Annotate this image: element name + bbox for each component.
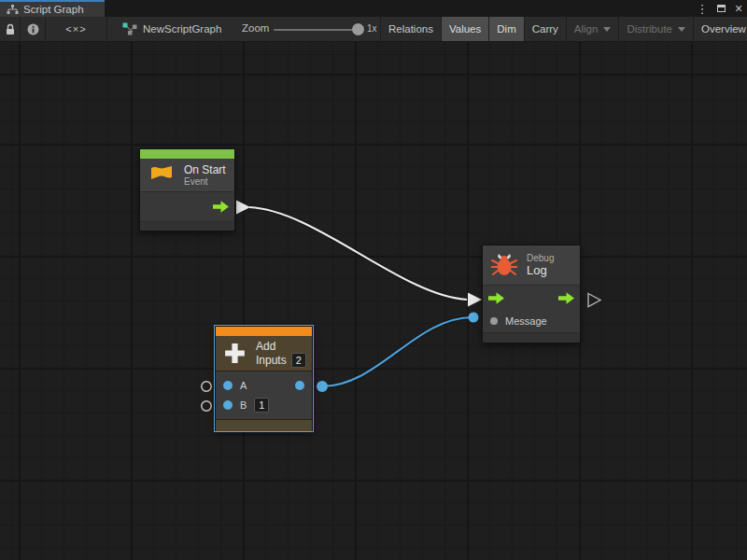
chevron-down-icon: [678, 27, 685, 32]
node-header: On Start Event: [140, 159, 234, 192]
port-a-icon[interactable]: [223, 381, 233, 390]
lock-button[interactable]: [0, 17, 21, 41]
port-b-icon[interactable]: [223, 400, 233, 410]
zoom-slider-handle[interactable]: [352, 23, 364, 35]
log-flow-input-connector[interactable]: [468, 293, 482, 307]
info-icon: [27, 23, 39, 35]
node-header: Debug Log: [483, 245, 580, 286]
port-b-value-field[interactable]: 1: [254, 398, 269, 413]
wire-onstart-to-log[interactable]: [249, 207, 467, 300]
tab-script-graph[interactable]: Script Graph: [0, 0, 105, 17]
message-port-icon[interactable]: [490, 317, 498, 325]
graph-canvas[interactable]: On Start Event Debug Log: [0, 42, 747, 560]
relations-button[interactable]: Relations: [380, 17, 441, 41]
lock-icon: [5, 23, 16, 35]
flow-arrow-icon[interactable]: [558, 292, 574, 304]
node-title: On Start: [184, 163, 226, 176]
event-color-bar: [140, 149, 234, 159]
info-button[interactable]: [21, 17, 46, 41]
node-add[interactable]: Add Inputs 2 A B 1: [215, 326, 313, 431]
node-title: Add: [256, 340, 306, 353]
node-on-start[interactable]: On Start Event: [139, 148, 235, 231]
node-footer: [216, 419, 312, 431]
add-port-a-connector[interactable]: [202, 382, 211, 391]
carry-button[interactable]: Carry: [524, 17, 566, 41]
plus-icon: [222, 341, 247, 366]
values-button[interactable]: Values: [441, 17, 488, 41]
maximize-button[interactable]: [712, 0, 730, 17]
flag-icon: [148, 164, 176, 187]
wires-overlay: [0, 42, 747, 560]
inputs-label: Inputs: [256, 354, 287, 367]
chevron-down-icon: [603, 27, 611, 32]
toolbar: <×> NewScriptGraph Zoom 1x Relations Val…: [0, 17, 747, 42]
zoom-value: 1x: [367, 23, 377, 34]
code-icon: <×>: [65, 23, 86, 35]
add-output-connector[interactable]: [317, 381, 328, 392]
close-icon: ×: [735, 1, 742, 16]
zoom-slider-track[interactable]: [274, 29, 353, 31]
distribute-dropdown[interactable]: Distribute: [618, 17, 693, 41]
inputs-count-field[interactable]: 2: [291, 353, 306, 368]
log-flow-output-connector[interactable]: [588, 294, 600, 307]
titlebar: Script Graph ⋮ ×: [0, 0, 747, 17]
node-footer: [140, 221, 234, 231]
port-a-label: A: [240, 380, 247, 391]
node-footer: [483, 332, 580, 343]
node-title: Log: [527, 264, 554, 277]
toolbar-toggle-group: Relations Values Dim Carry Align Distrib…: [380, 17, 747, 41]
dim-button[interactable]: Dim: [488, 17, 523, 41]
script-graph-icon: [122, 22, 137, 35]
code-view-button[interactable]: <×>: [46, 17, 107, 41]
flow-arrow-icon[interactable]: [488, 292, 504, 304]
bug-icon: [491, 253, 517, 277]
result-port-icon[interactable]: [295, 381, 304, 390]
window-menu-button[interactable]: ⋮: [695, 0, 710, 17]
math-color-bar: [216, 327, 312, 336]
graph-breadcrumb[interactable]: NewScriptGraph: [122, 17, 221, 41]
graph-hierarchy-icon: [7, 5, 19, 15]
zoom-label: Zoom: [242, 22, 269, 34]
overview-button[interactable]: Overview: [693, 17, 747, 41]
onstart-output-connector[interactable]: [236, 201, 250, 215]
tab-title: Script Graph: [23, 4, 84, 15]
node-header: Add Inputs 2: [216, 336, 312, 371]
node-subtitle: Event: [184, 176, 226, 188]
message-input-connector[interactable]: [469, 313, 479, 323]
flow-arrow-icon[interactable]: [213, 201, 229, 213]
node-debug-log[interactable]: Debug Log Message: [482, 245, 581, 343]
port-b-label: B: [240, 399, 247, 411]
maximize-icon: [717, 5, 726, 12]
close-button[interactable]: ×: [730, 0, 747, 17]
add-port-b-connector[interactable]: [202, 401, 211, 411]
wire-add-to-message[interactable]: [322, 317, 472, 386]
align-dropdown[interactable]: Align: [566, 17, 619, 41]
kebab-menu-icon: ⋮: [697, 2, 709, 16]
graph-name: NewScriptGraph: [143, 23, 221, 35]
message-port-label: Message: [505, 315, 547, 327]
